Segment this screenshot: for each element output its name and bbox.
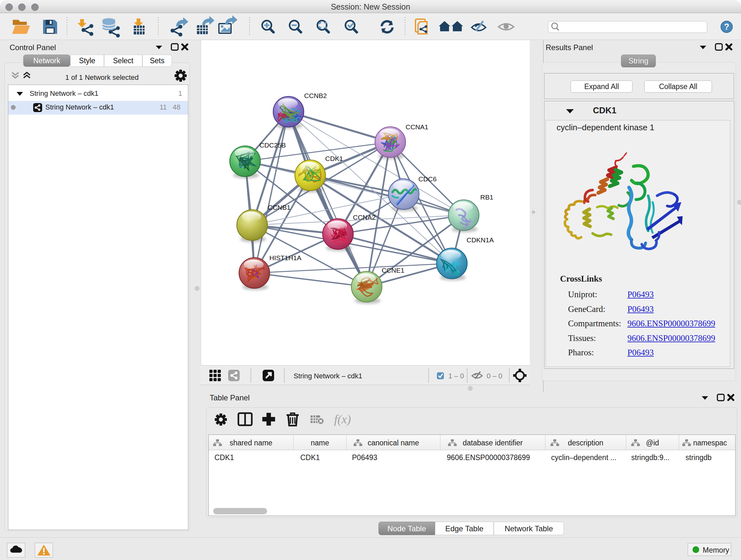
svg-text:CCNA2: CCNA2 <box>353 213 376 221</box>
svg-text:CCNB2: CCNB2 <box>304 92 327 99</box>
svg-text:1 – 0: 1 – 0 <box>448 372 464 380</box>
svg-text:HIST1H1A: HIST1H1A <box>269 254 301 261</box>
svg-text:CCNE1: CCNE1 <box>382 266 404 274</box>
svg-text:CCNB1: CCNB1 <box>268 204 290 211</box>
svg-text:RB1: RB1 <box>480 193 493 201</box>
svg-text:String Network – cdk1: String Network – cdk1 <box>293 372 362 380</box>
svg-text:CDK1: CDK1 <box>325 155 343 162</box>
svg-text:CDC6: CDC6 <box>418 175 436 183</box>
svg-text:0 – 0: 0 – 0 <box>487 372 502 380</box>
svg-text:f(x): f(x) <box>334 413 351 426</box>
svg-text:CCNA1: CCNA1 <box>406 123 428 131</box>
svg-text:?: ? <box>724 22 730 32</box>
svg-text:CDKN1A: CDKN1A <box>467 236 494 244</box>
svg-text:CDC25B: CDC25B <box>259 141 286 149</box>
